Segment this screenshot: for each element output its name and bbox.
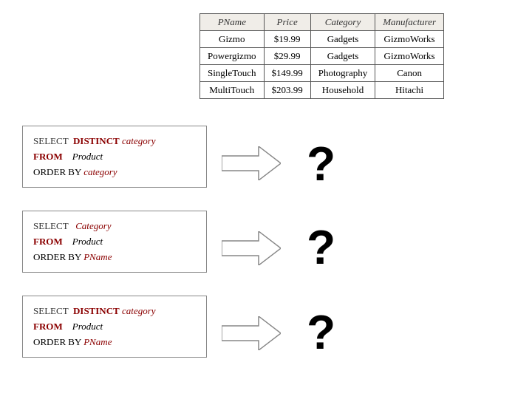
query-line-3: ORDER BY PName xyxy=(33,250,196,265)
table-row: MultiTouch $203.99 Household Hitachi xyxy=(200,82,444,99)
col-header-category: Category xyxy=(310,14,375,31)
product-table: PName Price Category Manufacturer Gizmo … xyxy=(200,13,444,99)
table-row: SingleTouch $149.99 Photography Canon xyxy=(200,65,444,82)
query-box-3: SELECT DISTINCT category FROM Product OR… xyxy=(22,296,207,358)
table-row: Gizmo $19.99 Gadgets GizmoWorks xyxy=(200,31,444,48)
svg-marker-2 xyxy=(222,316,281,350)
query-line-1: SELECT DISTINCT category xyxy=(33,304,196,319)
query-box-1: SELECT DISTINCT category FROM Product OR… xyxy=(22,126,207,188)
arrow-1 xyxy=(222,146,281,180)
question-mark-1: ? xyxy=(307,137,335,191)
col-header-manufacturer: Manufacturer xyxy=(375,14,444,31)
question-mark-3: ? xyxy=(307,305,335,360)
arrow-3 xyxy=(222,316,281,350)
query-line-3: ORDER BY PName xyxy=(33,335,196,350)
query-line-1: SELECT DISTINCT category xyxy=(33,134,196,149)
svg-marker-1 xyxy=(222,231,281,265)
col-header-pname: PName xyxy=(200,14,265,31)
query-line-2: FROM Product xyxy=(33,319,196,335)
query-line-2: FROM Product xyxy=(33,234,196,250)
query-box-2: SELECT Category FROM Product ORDER BY PN… xyxy=(22,211,207,273)
table-row: Powergizmo $29.99 Gadgets GizmoWorks xyxy=(200,48,444,65)
query-line-3: ORDER BY category xyxy=(33,165,196,180)
arrow-2 xyxy=(222,231,281,265)
query-line-2: FROM Product xyxy=(33,149,196,165)
col-header-price: Price xyxy=(264,14,310,31)
svg-marker-0 xyxy=(222,146,281,180)
query-line-1: SELECT Category xyxy=(33,219,196,234)
question-mark-2: ? xyxy=(307,220,335,275)
